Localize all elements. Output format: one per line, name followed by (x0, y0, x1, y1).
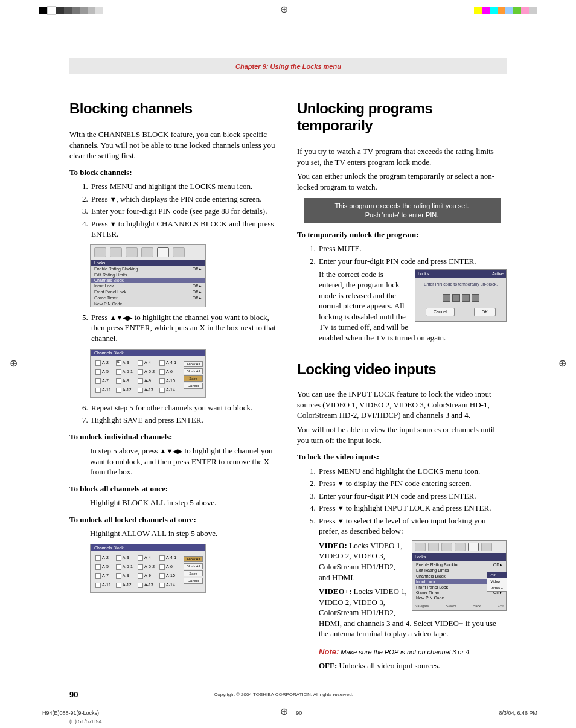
nav-arrows-icon: ▲▼◀▶ (110, 314, 133, 321)
rating-limit-message: This program exceeds the rating limit yo… (304, 198, 501, 223)
copyright-text: Copyright © 2004 TOSHIBA CORPORATION. Al… (78, 692, 489, 697)
subhead-to-block: To block channels: (69, 167, 279, 178)
step-5: Press ▲▼◀▶ to highlight the channel you … (90, 312, 279, 344)
lock-step-5: Press ▼ to select the level of video inp… (318, 516, 507, 671)
down-arrow-icon: ▼ (110, 220, 117, 228)
lock-inputs-intro-1: You can use the INPUT LOCK feature to lo… (297, 389, 507, 421)
channels-block-screenshot-2: Channels Block A-2A-3A-4A-4-1 A-5A-5-1A-… (90, 544, 206, 593)
allow-all-button: Allow All (184, 556, 203, 562)
locks-menu-screenshot: Locks Enable Rating BlockingOff ▸ Edit R… (90, 244, 206, 307)
registration-mark-left: ⊕ (10, 357, 18, 369)
subhead-block-all: To block all channels at once: (69, 484, 279, 494)
step-2: Press ▼, which displays the PIN code ent… (90, 194, 279, 205)
print-metadata: H94(E)088-91(9-Locks) 90 8/3/04, 6:46 PM (42, 710, 537, 716)
channel-grid: A-2A-3A-4A-4-1 A-5A-5-1A-5-2A-6 A-7A-8A-… (93, 554, 179, 590)
cancel-button: Cancel (184, 383, 203, 389)
left-column: Blocking channels With the CHANNELS BLOC… (69, 91, 279, 676)
off-option: OFF: Unlocks all video input sources. (319, 660, 507, 671)
heading-blocking-channels: Blocking channels (69, 100, 279, 117)
allow-all-button: Allow All (184, 361, 203, 367)
lock-step-2: Press ▼ to display the PIN code entering… (318, 478, 507, 489)
step-6: Repeat step 5 for other channels you wan… (90, 403, 279, 413)
down-arrow-icon: ▼ (338, 480, 344, 487)
page-footer: 90 Copyright © 2004 TOSHIBA CORPORATION.… (69, 690, 507, 699)
unlock-individual-body: In step 5 above, press ▲▼◀▶ to highlight… (90, 445, 279, 477)
lock-step-3: Enter your four-digit PIN code and press… (318, 491, 507, 502)
save-button: Save (184, 570, 203, 576)
unlock-intro-2: You can either unlock the program tempor… (297, 171, 507, 192)
subhead-unlock-individual: To unlock individual channels: (69, 432, 279, 442)
temp-step-1: Press MUTE. (318, 243, 507, 254)
channel-grid: A-2A-3A-4A-4-1 A-5A-5-1A-5-2A-6 A-7A-8A-… (93, 359, 179, 395)
heading-unlocking: Unlocking programs temporarily (297, 100, 507, 134)
nav-arrows-icon: ▲▼◀▶ (160, 447, 183, 455)
step-7: Highlight SAVE and press ENTER. (90, 415, 279, 426)
block-all-body: Highlight BLOCK ALL in step 5 above. (90, 497, 279, 508)
cancel-button: Cancel (426, 308, 455, 316)
unlock-all-body: Highlight ALLOW ALL in step 5 above. (90, 528, 279, 539)
unlock-intro-1: If you try to watch a TV program that ex… (297, 146, 507, 167)
menu-title: Locks (91, 260, 205, 266)
subhead-lock-inputs: To lock the video inputs: (297, 452, 507, 462)
right-column: Unlocking programs temporarily If you tr… (297, 91, 507, 676)
step-3: Enter your four-digit PIN code (see page… (90, 206, 279, 217)
chapter-label: Chapter 9: Using the Locks menu (235, 63, 341, 70)
temp-step-2: Enter your four-digit PIN code and press… (318, 256, 507, 343)
subhead-temp-unlock: To temporarily unlock the program: (297, 229, 507, 240)
save-button: Save (184, 375, 203, 382)
lock-step-1: Press MENU and highlight the LOCKS menu … (318, 466, 507, 477)
ok-button: OK (474, 308, 496, 316)
cancel-button: Cancel (184, 578, 203, 584)
block-all-button: Block All (184, 563, 203, 569)
down-arrow-icon: ▼ (110, 196, 117, 203)
down-arrow-icon: ▼ (338, 505, 344, 512)
input-lock-menu-screenshot: Locks Enable Rating BlockingOff ▸ Edit R… (412, 540, 507, 611)
channels-block-screenshot-1: Channels Block A-2A-3A-4A-4-1 A-5A-5-1A-… (90, 349, 206, 398)
trim-label: (E) 51/57H94 (69, 718, 102, 724)
print-color-bars (0, 6, 576, 15)
lock-step-4: Press ▼ to highlight INPUT LOCK and pres… (318, 503, 507, 514)
subhead-unlock-all: To unlock all locked channels at once: (69, 514, 279, 525)
chapter-header-band: Chapter 9: Using the Locks menu (69, 58, 507, 74)
input-lock-flyout: Off Video Video + (487, 572, 507, 591)
intro-text: With the CHANNELS BLOCK feature, you can… (69, 129, 279, 161)
pin-fields (415, 294, 506, 302)
pin-entry-dialog: LocksActive Enter PIN code to temporaril… (415, 269, 507, 322)
down-arrow-icon: ▼ (338, 517, 344, 525)
step-1: Press MENU and highlight the LOCKS menu … (90, 181, 279, 192)
block-all-button: Block All (184, 368, 203, 374)
heading-locking-inputs: Locking video inputs (297, 361, 507, 378)
note-line: Note: Make sure the POP is not on channe… (319, 647, 507, 657)
registration-mark-right: ⊕ (558, 357, 566, 369)
step-4: Press ▼ to highlight CHANNELS BLOCK and … (90, 219, 279, 240)
lock-inputs-intro-2: You will not be able to view the input s… (297, 424, 507, 445)
page-number: 90 (69, 690, 78, 699)
